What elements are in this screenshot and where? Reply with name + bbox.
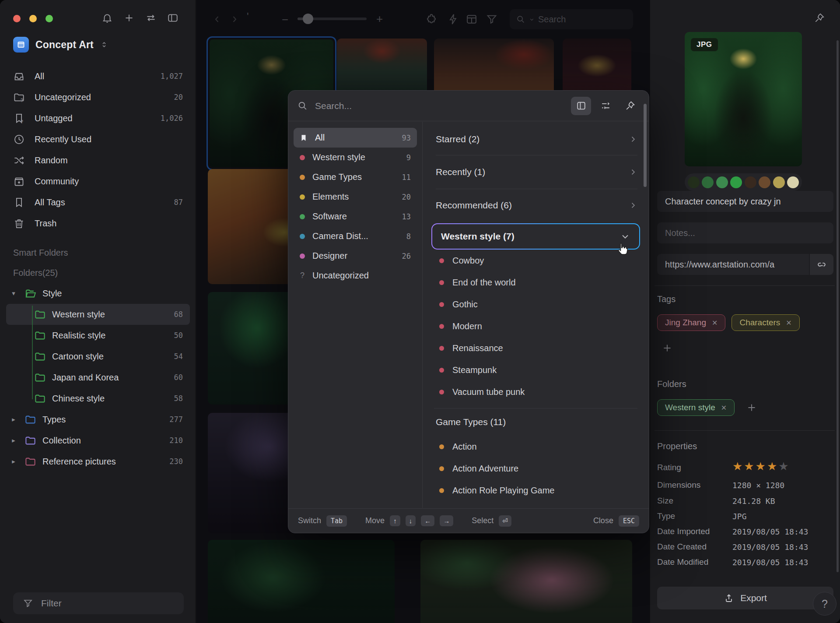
active-group-western-style[interactable]: Western style (7)	[431, 223, 640, 250]
zoom-window-button[interactable]	[46, 15, 53, 22]
property-label: Date Created	[657, 542, 707, 552]
sidebar-item-uncategorized[interactable]: ? Uncategorized 20	[6, 87, 190, 108]
close-hint-label: Close	[593, 516, 613, 525]
divider	[654, 285, 835, 286]
tag-folder-action[interactable]: Action	[436, 436, 637, 458]
tag-pill-characters[interactable]: Characters ✕	[732, 314, 799, 331]
notifications-bell-icon[interactable]	[102, 12, 113, 24]
modal-scrollbar[interactable]	[644, 104, 647, 187]
tag-folder-steampunk[interactable]: Steampunk	[436, 359, 637, 381]
color-palette	[685, 173, 802, 191]
sidebar-item-all-tags[interactable]: All Tags 87	[6, 192, 190, 213]
palette-swatch[interactable]	[716, 176, 728, 188]
pin-icon[interactable]	[620, 97, 640, 115]
palette-swatch[interactable]	[773, 176, 785, 188]
folder-style[interactable]: ▾ Style	[6, 283, 190, 304]
rating-stars[interactable]: ★★★★★	[732, 460, 790, 473]
sliders-icon[interactable]	[595, 97, 616, 115]
remove-tag-icon[interactable]: ✕	[712, 319, 718, 327]
modal-item-label: Software	[312, 211, 347, 222]
modal-item-elements[interactable]: Elements 20	[294, 187, 417, 207]
remove-folder-icon[interactable]: ✕	[721, 404, 727, 412]
modal-item-label: Elements	[312, 192, 349, 202]
tag-folder-vacuum-tube-punk[interactable]: Vacuum tube punk	[436, 381, 637, 403]
caret-right-icon[interactable]: ▸	[9, 436, 18, 444]
caret-down-icon[interactable]: ▾	[9, 289, 18, 297]
group-game-types[interactable]: Game Types (11)	[436, 408, 637, 436]
modal-item-camera-dist[interactable]: Camera Dist... 8	[294, 226, 417, 246]
sidebar-item-all[interactable]: All 1,027	[6, 66, 190, 87]
add-icon[interactable]	[123, 12, 135, 24]
modal-item-uncategorized[interactable]: ? Uncategorized	[294, 266, 417, 285]
caret-right-icon[interactable]: ▸	[9, 415, 18, 423]
sidebar-item-community[interactable]: Community	[6, 171, 190, 192]
sidebar-item-untagged[interactable]: ? Untagged 1,026	[6, 108, 190, 129]
group-starred[interactable]: Starred (2)	[436, 123, 637, 155]
modal-item-designer[interactable]: Designer 26	[294, 246, 417, 266]
group-recommended[interactable]: Recommended (6)	[436, 189, 637, 222]
notes-input[interactable]: Notes...	[657, 222, 833, 243]
folder-japan-and-korea[interactable]: Japan and Korea 60	[6, 367, 190, 388]
sidebar-item-trash[interactable]: Trash	[6, 213, 190, 234]
modal-item-western-style[interactable]: Western style 9	[294, 148, 417, 167]
close-window-button[interactable]	[13, 15, 21, 22]
group-recently[interactable]: Recently (1)	[436, 155, 637, 189]
palette-swatch[interactable]	[688, 176, 700, 188]
folder-pill-western-style[interactable]: Western style ✕	[657, 399, 735, 416]
palette-swatch[interactable]	[702, 176, 714, 188]
caret-right-icon[interactable]: ▸	[9, 458, 18, 465]
folder-types[interactable]: ▸ Types 277	[6, 409, 190, 430]
filter-button[interactable]: Filter	[13, 592, 184, 614]
tag-label: Characters	[739, 318, 780, 327]
tag-folder-modern[interactable]: Modern	[436, 315, 637, 337]
remove-tag-icon[interactable]: ✕	[786, 319, 791, 327]
modal-item-game-types[interactable]: Game Types 11	[294, 167, 417, 187]
tag-folder-cowboy[interactable]: Cowboy	[436, 250, 637, 271]
folder-collection[interactable]: ▸ Collection 210	[6, 430, 190, 451]
folder-reference-pictures[interactable]: ▸ Reference pictures 230	[6, 451, 190, 472]
swap-arrows-icon[interactable]	[145, 12, 157, 24]
open-link-button[interactable]	[810, 254, 833, 275]
property-value: 2019/08/05 18:43	[732, 558, 808, 567]
palette-swatch[interactable]	[759, 176, 770, 188]
property-row: Dimensions 1280 × 1280	[657, 478, 830, 492]
tag-folder-end-of-the-world[interactable]: End of the world	[436, 271, 637, 293]
tag-folder-action-adventure[interactable]: Action Adventure	[436, 458, 637, 479]
sidebar-item-label: All Tags	[35, 197, 65, 208]
modal-item-all[interactable]: All 93	[294, 128, 417, 148]
help-button[interactable]: ?	[813, 592, 836, 616]
folder-western-style[interactable]: Western style 68	[6, 304, 190, 325]
add-tag-button[interactable]	[662, 342, 673, 354]
modal-search-input[interactable]: Search...	[315, 101, 352, 111]
search-icon	[297, 100, 308, 111]
tag-folder-renaissance[interactable]: Renaissance	[436, 337, 637, 359]
pin-panel-icon[interactable]	[814, 12, 825, 24]
folder-chinese-style[interactable]: Chinese style 58	[6, 388, 190, 409]
add-folder-button[interactable]	[741, 399, 757, 416]
export-button[interactable]: Export	[657, 587, 833, 609]
preview-thumbnail[interactable]: JPG	[685, 32, 802, 166]
title-input[interactable]: Character concept by crazy jn	[657, 191, 833, 212]
minimize-window-button[interactable]	[29, 15, 37, 22]
url-input[interactable]: https://www.artstation.com/a	[657, 254, 809, 275]
sidebar-item-random[interactable]: Random	[6, 150, 190, 171]
tag-folder-action-rpg[interactable]: Action Role Playing Game	[436, 479, 637, 501]
inspector-scrollbar[interactable]	[836, 40, 839, 572]
tag-pill-jing-zhang[interactable]: Jing Zhang ✕	[657, 314, 725, 331]
palette-swatch[interactable]	[730, 176, 742, 188]
folder-realistic-style[interactable]: Realistic style 50	[6, 325, 190, 346]
panel-view-toggle[interactable]	[571, 97, 591, 115]
toggle-sidebar-icon[interactable]	[167, 12, 178, 24]
folder-cartoon-style[interactable]: Cartoon style 54	[6, 346, 190, 367]
chevron-right-icon	[629, 168, 637, 176]
item-label: End of the world	[452, 278, 516, 288]
palette-swatch[interactable]	[745, 176, 756, 188]
modal-item-software[interactable]: Software 13	[294, 207, 417, 226]
palette-swatch[interactable]	[787, 176, 799, 188]
folder-icon	[24, 456, 36, 468]
tag-folder-gothic[interactable]: Gothic	[436, 293, 637, 315]
library-switcher[interactable]: Concept Art	[13, 37, 108, 53]
chevron-down-icon[interactable]	[620, 231, 630, 242]
sidebar-item-recently-used[interactable]: Recently Used	[6, 129, 190, 150]
sidebar-item-label: Trash	[35, 218, 56, 229]
